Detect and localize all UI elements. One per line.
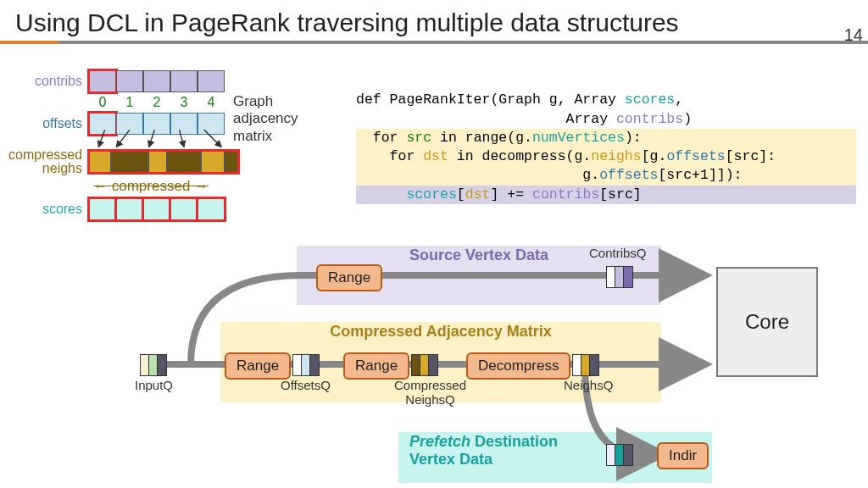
comp-neighs-queue — [411, 354, 438, 376]
code-block: def PageRankIter(Graph g, Array scores, … — [356, 72, 856, 204]
inputq-label: InputQ — [135, 378, 173, 392]
indir-box: Indir — [657, 442, 709, 469]
offsets-label: offsets — [8, 116, 89, 131]
compneighsq-label: Compressed NeighsQ — [394, 378, 466, 407]
range-box-2: Range — [343, 352, 409, 380]
band-adj-matrix-title: Compressed Adjacency Matrix — [221, 323, 660, 341]
neighs-queue — [572, 354, 599, 376]
contribs-queue — [606, 266, 633, 288]
core-box: Core — [716, 267, 818, 377]
contribs-array — [89, 70, 225, 92]
graph-adj-label: Graph adjacency matrix — [233, 93, 298, 145]
left-diagram: contribs 01234 offsets compressed neighs… — [8, 68, 305, 223]
slide-title: Using DCL in PageRank traversing multipl… — [0, 0, 868, 41]
neighs-array — [89, 151, 238, 173]
scores-array — [89, 198, 225, 220]
pipeline-diagram: Source Vertex Data Compressed Adjacency … — [114, 246, 860, 483]
title-divider — [0, 41, 868, 44]
dest-queue — [606, 444, 633, 466]
compressed-arrow-label: ← compressed → — [93, 178, 305, 195]
decompress-box: Decompress — [466, 352, 570, 380]
offsets-queue — [292, 354, 320, 376]
contribsq-label: ContribsQ — [589, 246, 647, 260]
page-number: 14 — [844, 25, 863, 45]
scores-label: scores — [8, 202, 89, 217]
range-box-upper: Range — [316, 264, 382, 291]
offsets-array — [89, 113, 225, 135]
contribs-label: contribs — [8, 74, 89, 89]
neighs-label: compressed neighs — [8, 148, 89, 175]
input-queue — [140, 354, 167, 376]
offsetsq-label: OffsetsQ — [281, 378, 331, 392]
neighsq-label: NeighsQ — [564, 378, 613, 392]
range-box-1: Range — [225, 352, 291, 380]
